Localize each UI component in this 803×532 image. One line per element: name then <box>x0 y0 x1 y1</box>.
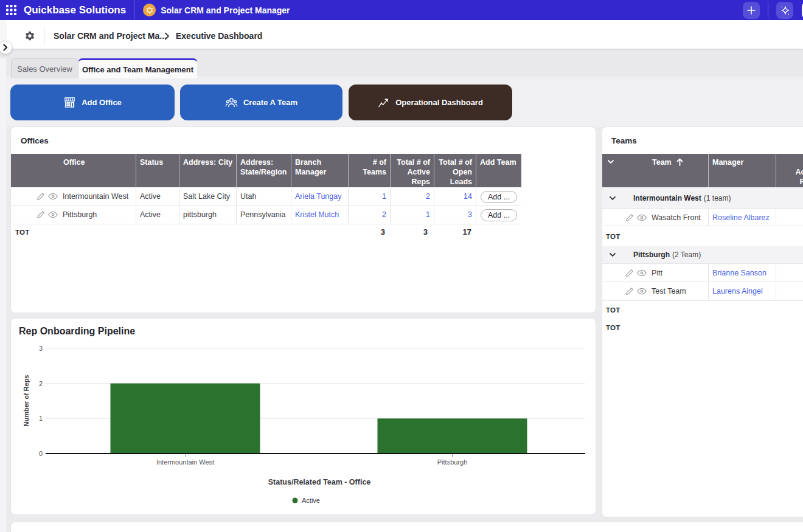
svg-text:3: 3 <box>39 345 43 352</box>
svg-text:2: 2 <box>39 380 43 387</box>
svg-text:Number of Reps: Number of Reps <box>23 375 30 427</box>
svg-text:Active: Active <box>302 497 320 504</box>
svg-text:1: 1 <box>39 415 43 422</box>
svg-text:Pittsburgh: Pittsburgh <box>437 458 468 466</box>
svg-text:Intermountain West: Intermountain West <box>156 458 214 466</box>
svg-text:0: 0 <box>39 450 43 457</box>
svg-text:Status/Related Team - Office: Status/Related Team - Office <box>268 478 371 486</box>
